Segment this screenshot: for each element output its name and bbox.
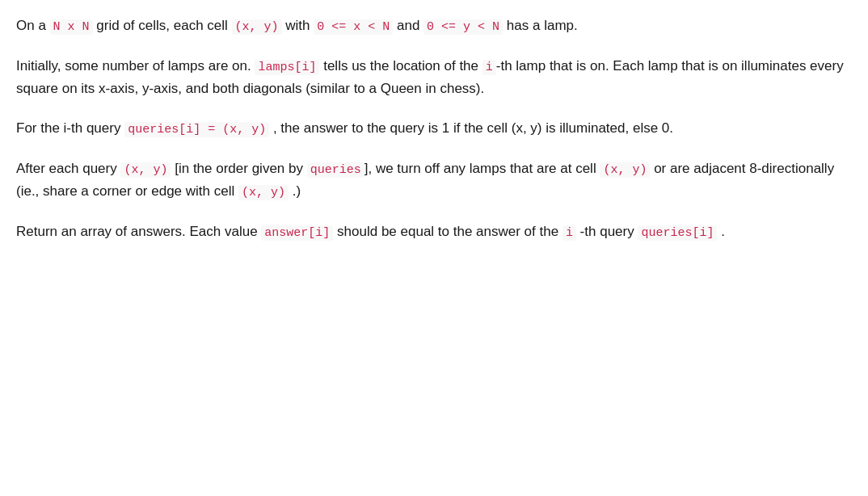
text-span: For the i-th query <box>16 120 124 136</box>
text-span: and <box>393 18 423 33</box>
text-span: should be equal to the answer of the <box>333 224 563 239</box>
text-span: [in the order given by <box>171 161 306 176</box>
paragraph-text-4: After each query (x, y) [in the order gi… <box>16 158 852 203</box>
inline-code: queries[i] <box>638 225 717 241</box>
inline-code: N x N <box>50 19 93 35</box>
paragraph-text-5: Return an array of answers. Each value a… <box>16 221 852 243</box>
inline-code: i <box>482 60 496 75</box>
text-span: -th query <box>576 224 638 239</box>
text-span: Initially, some number of lamps are on. <box>16 58 255 74</box>
inline-code: (x, y) <box>600 162 650 178</box>
inline-code: 0 <= x < N <box>314 19 393 35</box>
inline-code: lamps[i] <box>255 60 319 75</box>
text-span: with <box>282 18 314 33</box>
text-span: ], we turn off any lamps that are at cel… <box>364 161 600 176</box>
text-span: grid of cells, each cell <box>93 18 232 33</box>
text-span: On a <box>16 18 50 33</box>
inline-code: (x, y) <box>120 162 171 178</box>
text-span: .) <box>289 183 301 199</box>
inline-code: (x, y) <box>238 185 289 200</box>
text-span: tells us the location of the <box>319 58 482 74</box>
paragraph-3: For the i-th query queries[i] = (x, y) ,… <box>16 117 852 140</box>
text-span: Return an array of answers. Each value <box>16 224 261 239</box>
paragraph-text-3: For the i-th query queries[i] = (x, y) ,… <box>16 117 852 140</box>
text-span: has a lamp. <box>503 18 578 33</box>
paragraph-1: On a N x N grid of cells, each cell (x, … <box>16 15 852 37</box>
inline-code: i <box>563 225 576 241</box>
inline-code: answer[i] <box>261 225 333 241</box>
text-span: . <box>717 224 724 239</box>
text-span: After each query <box>16 161 120 176</box>
text-span: , the answer to the query is 1 if the ce… <box>269 120 673 136</box>
paragraph-5: Return an array of answers. Each value a… <box>16 221 852 243</box>
inline-code: queries[i] = (x, y) <box>124 122 269 137</box>
paragraph-text-1: On a N x N grid of cells, each cell (x, … <box>16 15 852 37</box>
paragraph-text-2: Initially, some number of lamps are on. … <box>16 55 852 99</box>
inline-code: (x, y) <box>232 19 282 35</box>
inline-code: 0 <= y < N <box>423 19 503 35</box>
inline-code: queries <box>307 162 364 178</box>
main-content: On a N x N grid of cells, each cell (x, … <box>16 15 852 243</box>
paragraph-2: Initially, some number of lamps are on. … <box>16 55 852 99</box>
paragraph-4: After each query (x, y) [in the order gi… <box>16 158 852 203</box>
